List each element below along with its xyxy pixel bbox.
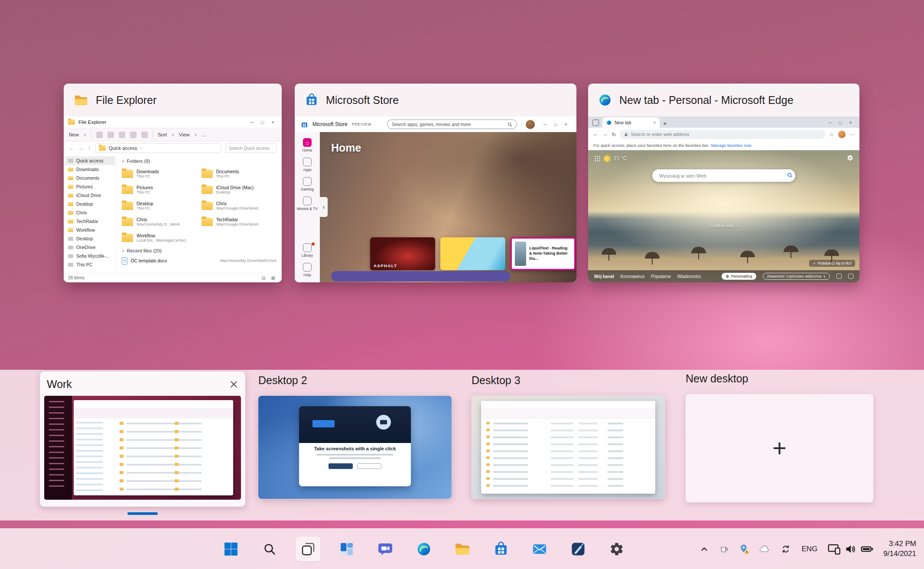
- store-search-placeholder: Search apps, games, movies and more: [392, 122, 471, 127]
- edge-icon: [599, 94, 612, 107]
- check-icon: ✓: [813, 261, 816, 265]
- recent-header-label: Recent files (20): [127, 248, 162, 253]
- preview-badge: PREVIEW: [352, 122, 371, 126]
- clock-time: 3:42 PM: [889, 539, 916, 549]
- search-submit: [787, 172, 793, 179]
- folder-path: \Mac\Home\My D...\Work: [137, 222, 180, 227]
- document-icon: [122, 257, 127, 265]
- cut-icon: [96, 132, 103, 138]
- task-view-button[interactable]: [296, 537, 320, 561]
- fe-sidebar-item: Desktop: [64, 200, 116, 208]
- new-desktop: New desktop +: [686, 372, 873, 502]
- personalize-button: Personalizuj: [722, 273, 756, 280]
- quick-settings-button[interactable]: [825, 541, 876, 557]
- desktop-icon: [68, 237, 73, 241]
- window-card-file-explorer[interactable]: File Explorer File Explorer ─ □ × New∨ S…: [64, 84, 282, 282]
- folders-header-label: Folders (9): [127, 158, 150, 164]
- copy-icon: [107, 132, 114, 138]
- web-search-box: Wyszukaj w sieci Web: [652, 169, 795, 182]
- clock-button[interactable]: 3:42 PM 9/14/2021: [881, 537, 919, 561]
- folder-icon: [122, 202, 133, 210]
- folder-icon: [202, 218, 213, 226]
- cast-display-icon: [828, 543, 841, 555]
- fe-sidebar-label: This PC: [76, 262, 92, 267]
- store-tiles: ASPHALT LiquidText - Reading & Note-Taki…: [370, 237, 576, 270]
- nav-item-help: Help: [295, 260, 320, 280]
- news-tab: Koronawirus: [621, 274, 645, 279]
- edge-new-tab-page: 21 °C Wyszukaj w sieci Web Szybkie linki…: [588, 150, 859, 282]
- folder-item: iCloud Drive (Mac)Desktop: [202, 182, 277, 198]
- location-warning-tray-button[interactable]: [737, 541, 752, 557]
- folder-item: DesktopThis PC: [122, 198, 197, 214]
- folder-name: Documents: [216, 169, 239, 175]
- fe-sidebar-label: Pictures: [76, 184, 93, 189]
- desktop-label: Work: [47, 378, 72, 391]
- search-button[interactable]: [257, 537, 282, 561]
- store-icon: [301, 121, 308, 128]
- nav-item-library: Library: [295, 241, 320, 260]
- edge-toolbar: ← → ↻ Search or enter web address ☆ ⋯: [588, 128, 859, 141]
- folder-icon: [68, 202, 73, 206]
- fe-sidebar: Quick access Downloads Documents Picture…: [64, 155, 117, 273]
- store-button[interactable]: [489, 537, 513, 561]
- fe-address-bar: ← → ↑ Quick access › Search Quick access: [64, 142, 282, 155]
- folder-item: TechRadar\Mac\Google Drive\Work: [202, 214, 277, 230]
- edge-button[interactable]: [412, 537, 436, 561]
- chevron-down-icon: ∨: [84, 133, 86, 137]
- cup-tray-button[interactable]: [717, 542, 732, 556]
- more-menu-icon: ⋯: [849, 131, 855, 138]
- store-banner-bar: [331, 271, 511, 281]
- address-box: Quick access ›: [95, 143, 221, 153]
- onedrive-tray-button[interactable]: [757, 542, 773, 556]
- desktop-2-thumbnail: Take screenshots with a single click: [258, 396, 452, 499]
- visibility-label: Zawartość częściowo widoczna: [767, 274, 822, 278]
- folder-item: PicturesThis PC: [122, 182, 197, 198]
- view-toggle-icons: ▤ ▦: [261, 275, 277, 280]
- pen-app-button[interactable]: [566, 537, 590, 561]
- beach-umbrella: [740, 251, 755, 257]
- fe-title: File Explorer: [78, 120, 107, 125]
- close-desktop-button[interactable]: [225, 376, 242, 392]
- settings-button[interactable]: [605, 537, 629, 561]
- library-icon: [303, 243, 312, 252]
- search-icon: [508, 122, 512, 127]
- mail-button[interactable]: [527, 537, 552, 561]
- news-tab: Mój kanał: [594, 274, 614, 279]
- window-card-edge[interactable]: New tab - Personal - Microsoft Edge New …: [588, 84, 859, 282]
- fe-sidebar-item: Sofia Wyczilik-...: [64, 252, 116, 260]
- hidden-icons-button[interactable]: [697, 542, 712, 556]
- store-home-heading: Home: [331, 142, 361, 154]
- nav-item-home: Home: [295, 136, 320, 155]
- profile-avatar: [838, 131, 846, 138]
- fe-sidebar-label: Documents: [76, 175, 99, 181]
- sync-tray-button[interactable]: [778, 542, 793, 556]
- desktop-work[interactable]: Work: [40, 372, 245, 507]
- quick-links-label: Szybkie linki: [709, 223, 734, 228]
- fe-titlebar: File Explorer ─ □ ×: [64, 116, 282, 128]
- desktop-3[interactable]: Desktop 3: [472, 374, 665, 499]
- location-warning-icon: [739, 544, 749, 554]
- promo-blue-button: [312, 420, 335, 427]
- file-explorer-button[interactable]: [450, 537, 475, 561]
- folder-path: This PC: [216, 174, 239, 179]
- folder-path: This PC: [137, 174, 159, 179]
- fe-sidebar-item: Workflow: [64, 226, 116, 234]
- window-card-store[interactable]: Microsoft Store Microsoft Store PREVIEW …: [295, 84, 576, 282]
- new-desktop-button[interactable]: +: [686, 394, 873, 502]
- language-button[interactable]: ENG: [798, 541, 821, 557]
- back-icon: ←: [593, 131, 599, 137]
- start-button[interactable]: [219, 537, 243, 561]
- work-background-window: [44, 396, 72, 500]
- recent-file-name: DC template.docx: [131, 258, 167, 264]
- folder-name: TechRadar: [216, 217, 259, 223]
- widgets-button[interactable]: [335, 537, 359, 561]
- nav-label: Help: [303, 273, 311, 277]
- window-card-header: File Explorer: [64, 84, 282, 116]
- nav-item-gaming: Gaming: [295, 175, 320, 194]
- chat-button[interactable]: [373, 537, 397, 561]
- desktop-2[interactable]: Desktop 2 Take screenshots with a single…: [258, 374, 452, 499]
- up-icon: ↑: [88, 145, 91, 151]
- nav-label: Home: [303, 148, 312, 152]
- folder-path: \Mac\Google Drive\Work: [216, 206, 259, 211]
- nav-label: Apps: [303, 168, 311, 172]
